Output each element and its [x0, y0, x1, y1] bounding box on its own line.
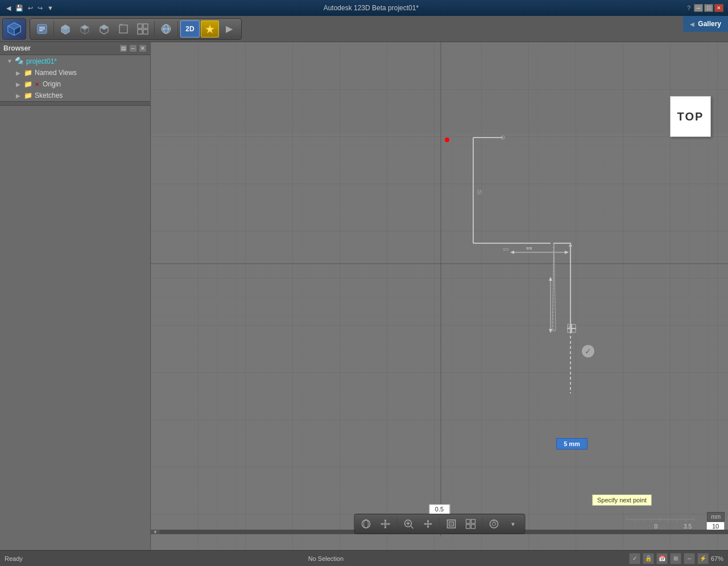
named-views-folder-icon: 📁	[24, 69, 32, 77]
viewport[interactable]: ≡≡ |𝐸 ≡≡	[151, 42, 728, 550]
move-tool-button[interactable]	[419, 516, 437, 532]
svg-marker-56	[569, 326, 572, 331]
top-label: TOP	[677, 110, 704, 123]
svg-text:≡≡: ≡≡	[503, 247, 509, 252]
ruler-scale-0: 0	[654, 523, 657, 530]
dimension-input[interactable]: 5 mm	[556, 438, 588, 450]
draw-tool-button[interactable]	[33, 20, 51, 38]
display-mode-button[interactable]	[157, 20, 175, 38]
help-icon[interactable]: ?	[687, 5, 690, 11]
more-options-button[interactable]: ▼	[504, 516, 522, 532]
check-confirm-icon[interactable]: ✓	[582, 345, 594, 357]
minimize-button[interactable]: ─	[694, 4, 703, 12]
svg-rect-18	[119, 25, 127, 33]
collapse-icon: ▼	[153, 530, 158, 535]
svg-rect-21	[138, 24, 142, 28]
dimension-value: 5 mm	[564, 440, 580, 447]
tree-sketches[interactable]: ▶ 📁 Sketches	[0, 90, 150, 101]
status-lock-icon[interactable]: 🔒	[643, 553, 654, 564]
sketches-arrow: ▶	[16, 93, 22, 99]
side-view-button[interactable]	[114, 20, 133, 38]
named-views-label: Named Views	[35, 69, 77, 77]
tree-named-views[interactable]: ▶ 📁 Named Views	[0, 67, 150, 78]
window-controls[interactable]: ─ □ ✕	[694, 4, 723, 12]
root-icon: 🔩	[15, 57, 24, 65]
svg-marker-44	[549, 277, 552, 281]
dim-val-text: 0.5	[435, 506, 444, 513]
more-tools-button[interactable]: ▶	[220, 20, 238, 38]
fit-view-button[interactable]	[442, 516, 460, 532]
qa-save[interactable]: 💾	[14, 5, 25, 12]
browser-resize-handle[interactable]	[0, 101, 150, 106]
browser-close-button[interactable]: ✕	[139, 44, 147, 52]
top-view-button[interactable]	[76, 20, 94, 38]
status-check-icon[interactable]: ✓	[629, 553, 640, 564]
svg-marker-40	[510, 251, 514, 254]
separator	[53, 21, 54, 37]
main-content: Browser ▤ ─ ✕ ▼ 🔩 project01* ▶ 📁 Named V…	[0, 42, 728, 550]
zoom-percent[interactable]: 67%	[711, 555, 723, 562]
dropdown-icon: ▼	[510, 521, 516, 527]
browser-expand-button[interactable]: ▤	[119, 44, 127, 52]
browser-panel: Browser ▤ ─ ✕ ▼ 🔩 project01* ▶ 📁 Named V…	[0, 42, 151, 550]
qa-dropdown[interactable]: ▼	[46, 5, 55, 11]
close-button[interactable]: ✕	[714, 4, 723, 12]
dimension-value-box[interactable]: 0.5	[429, 504, 450, 514]
3d-cube-button[interactable]	[2, 18, 26, 40]
sketch-mode-button[interactable]	[201, 20, 219, 38]
display-options-button[interactable]	[461, 516, 479, 532]
maximize-button[interactable]: □	[704, 4, 713, 12]
browser-minimize-button[interactable]: ─	[129, 44, 137, 52]
svg-point-92	[492, 522, 495, 526]
svg-line-15	[81, 32, 85, 34]
svg-marker-83	[424, 523, 425, 525]
ruler-scale-35: 3.5	[684, 523, 692, 530]
qa-redo[interactable]: ↪	[36, 5, 44, 12]
front-view-button[interactable]	[56, 20, 75, 38]
root-label: project01*	[26, 57, 57, 65]
ortho-view-button[interactable]	[134, 20, 152, 38]
chevron-right-icon: ▶	[226, 23, 233, 34]
measure-tool-button[interactable]	[485, 516, 503, 532]
status-lightning-icon[interactable]: ⚡	[697, 553, 709, 564]
svg-line-94	[495, 521, 497, 522]
svg-point-68	[363, 520, 368, 528]
selection-status: No Selection	[308, 555, 344, 562]
2d-mode-button[interactable]: 2D	[180, 20, 200, 38]
svg-rect-23	[138, 30, 142, 34]
status-calendar-icon[interactable]: 📅	[656, 553, 668, 564]
svg-rect-87	[466, 519, 470, 523]
ruler-unit-label: mm	[707, 512, 725, 522]
status-grid-icon[interactable]: ⊞	[670, 553, 681, 564]
tree-origin[interactable]: ▶ 📁 ✕ Origin	[0, 78, 150, 90]
status-bar: Ready No Selection ✓ 🔒 📅 ⊞ ↔ ⚡ 67%	[0, 550, 728, 566]
collapse-arrow[interactable]: ▼	[151, 530, 160, 534]
svg-point-70	[383, 522, 387, 526]
browser-controls[interactable]: ▤ ─ ✕	[119, 44, 147, 52]
sketches-label: Sketches	[35, 91, 63, 99]
toolbar-area: 2D ▶	[0, 16, 728, 42]
svg-rect-52	[568, 324, 576, 332]
gallery-label[interactable]: Gallery	[698, 20, 721, 28]
ruler-ticks	[626, 514, 694, 522]
sketch-svg: ≡≡ |𝐸 ≡≡	[151, 42, 728, 550]
qa-undo[interactable]: ↩	[26, 5, 35, 12]
svg-marker-53	[552, 243, 556, 331]
back-view-button[interactable]	[95, 20, 113, 38]
quick-access-toolbar[interactable]: ◀ 💾 ↩ ↪ ▼	[5, 5, 55, 12]
svg-marker-10	[81, 25, 89, 30]
svg-marker-55	[569, 242, 572, 247]
origin-folder-icon: 📁	[24, 80, 32, 88]
status-arrows-icon[interactable]: ↔	[684, 553, 695, 564]
toolbar-separator	[396, 518, 397, 530]
orbit-tool-button[interactable]	[357, 516, 375, 532]
main-toolbar: 2D ▶	[30, 18, 242, 40]
tree-root-item[interactable]: ▼ 🔩 project01*	[0, 55, 150, 67]
svg-marker-82	[427, 526, 429, 528]
pan-tool-button[interactable]	[376, 516, 394, 532]
gallery-bar[interactable]: ◀ Gallery	[683, 16, 728, 32]
browser-header: Browser ▤ ─ ✕	[0, 42, 150, 55]
qa-arrow-left[interactable]: ◀	[5, 5, 13, 12]
zoom-area-button[interactable]	[399, 516, 417, 532]
svg-marker-84	[430, 523, 432, 525]
